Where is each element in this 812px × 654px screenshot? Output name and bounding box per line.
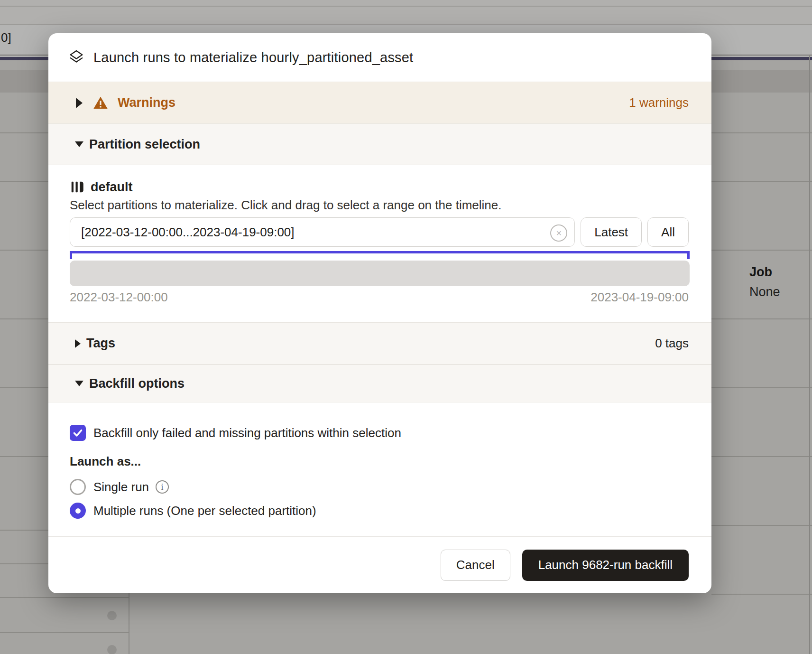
selection-range-line bbox=[70, 251, 690, 253]
partition-dimension-name: default bbox=[91, 180, 133, 195]
timeline-end-label: 2023-04-19-09:00 bbox=[591, 290, 689, 305]
partition-range-input-wrap: × bbox=[70, 217, 575, 247]
backfill-options-section-header[interactable]: Backfill options bbox=[48, 364, 711, 402]
all-button[interactable]: All bbox=[647, 217, 689, 247]
dialog-header: Launch runs to materialize hourly_partit… bbox=[48, 33, 711, 82]
radio-unselected[interactable] bbox=[70, 479, 86, 495]
selection-range-bracket bbox=[70, 251, 690, 260]
chevron-down-icon bbox=[75, 381, 83, 386]
backfill-options-label: Backfill options bbox=[89, 376, 185, 391]
chevron-down-icon bbox=[75, 141, 83, 147]
selection-range-tick-end bbox=[687, 253, 690, 259]
checkbox-checked[interactable] bbox=[70, 425, 86, 441]
multiple-runs-option: Multiple runs (One per selected partitio… bbox=[48, 501, 711, 520]
partition-range-input[interactable] bbox=[70, 217, 575, 247]
cancel-button[interactable]: Cancel bbox=[441, 550, 510, 581]
screen: 0] Job None Launch run bbox=[0, 0, 812, 654]
partition-dimension-row: default bbox=[48, 178, 711, 196]
partition-timeline-bar[interactable] bbox=[70, 261, 690, 286]
radio-dot bbox=[75, 508, 81, 514]
tags-count: 0 tags bbox=[655, 336, 689, 351]
timeline-date-labels: 2022-03-12-00:00 2023-04-19-09:00 bbox=[48, 290, 711, 305]
partition-set-icon bbox=[70, 180, 84, 194]
backfill-failed-missing-row: Backfill only failed and missing partiti… bbox=[48, 423, 711, 442]
warnings-label: Warnings bbox=[118, 95, 175, 110]
launch-backfill-button[interactable]: Launch 9682-run backfill bbox=[522, 550, 689, 581]
dialog-footer: Cancel Launch 9682-run backfill bbox=[48, 536, 711, 593]
single-run-label: Single run bbox=[93, 480, 149, 495]
partition-help-text: Select partitions to materialize. Click … bbox=[48, 196, 711, 214]
clear-input-icon[interactable]: × bbox=[550, 224, 567, 242]
partition-range-row: × Latest All bbox=[48, 217, 711, 247]
launch-backfill-dialog: Launch runs to materialize hourly_partit… bbox=[48, 33, 711, 593]
radio-selected[interactable] bbox=[70, 503, 86, 519]
latest-button[interactable]: Latest bbox=[581, 217, 642, 247]
tags-section-header[interactable]: Tags 0 tags bbox=[48, 322, 711, 364]
dialog-title: Launch runs to materialize hourly_partit… bbox=[93, 50, 413, 65]
warnings-section-header[interactable]: Warnings 1 warnings bbox=[48, 82, 711, 123]
asset-layers-icon bbox=[68, 49, 85, 66]
warnings-count: 1 warnings bbox=[629, 95, 689, 110]
partition-selection-label: Partition selection bbox=[89, 137, 200, 152]
single-run-option: Single run i bbox=[48, 477, 711, 496]
warning-triangle-icon bbox=[93, 96, 108, 110]
multiple-runs-label: Multiple runs (One per selected partitio… bbox=[93, 504, 316, 518]
partition-selection-section-header[interactable]: Partition selection bbox=[48, 123, 711, 165]
chevron-right-icon bbox=[76, 98, 83, 108]
tags-label: Tags bbox=[86, 336, 115, 351]
checkbox-label: Backfill only failed and missing partiti… bbox=[93, 426, 401, 440]
timeline-start-label: 2022-03-12-00:00 bbox=[70, 290, 168, 305]
chevron-right-icon bbox=[75, 339, 81, 348]
selection-range-tick-start bbox=[70, 253, 72, 259]
launch-as-label: Launch as... bbox=[48, 453, 711, 470]
info-icon[interactable]: i bbox=[156, 480, 169, 494]
